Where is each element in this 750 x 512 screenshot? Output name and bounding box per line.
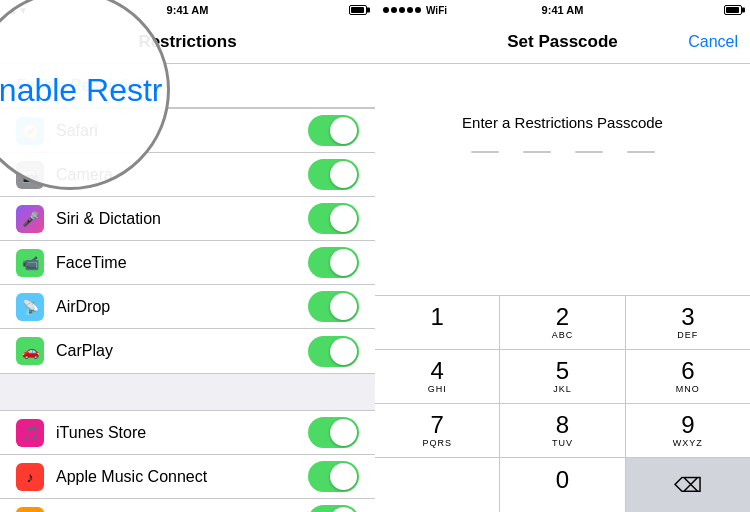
facetime-label: FaceTime [56, 254, 308, 272]
key-8[interactable]: 8 TUV [500, 404, 625, 457]
left-panel: ▲▼ 9:41 AM Restrictions Enable Restr Ena… [0, 0, 375, 512]
key-empty [375, 458, 500, 512]
settings-row-carplay[interactable]: 🚗 CarPlay [0, 329, 375, 373]
wifi-icon: WiFi [426, 5, 447, 16]
dash-1 [471, 151, 499, 153]
itunes-icon: 🎵 [16, 419, 44, 447]
passcode-instruction: Enter a Restrictions Passcode [462, 114, 663, 131]
airdrop-toggle[interactable] [308, 291, 359, 322]
key-5[interactable]: 5 JKL [500, 350, 625, 403]
battery-area-left [349, 5, 367, 15]
numpad-row-4: 0 . ⌫ [375, 458, 750, 512]
passcode-dots [471, 151, 655, 153]
dot-1 [383, 7, 389, 13]
status-bar-right: WiFi 9:41 AM [375, 0, 750, 20]
camera-toggle[interactable] [308, 159, 359, 190]
cancel-button[interactable]: Cancel [688, 33, 738, 51]
dot-5 [415, 7, 421, 13]
carplay-label: CarPlay [56, 342, 308, 360]
key-1[interactable]: 1 . [375, 296, 500, 349]
facetime-icon: 📹 [16, 249, 44, 277]
siri-toggle[interactable] [308, 203, 359, 234]
dash-2 [523, 151, 551, 153]
battery-icon-right [724, 5, 742, 15]
numpad: 1 . 2 ABC 3 DEF 4 GHI 5 [375, 295, 750, 512]
settings-row-airdrop[interactable]: 📡 AirDrop [0, 285, 375, 329]
music-toggle[interactable] [308, 461, 359, 492]
airdrop-icon: 📡 [16, 293, 44, 321]
key-6[interactable]: 6 MNO [626, 350, 750, 403]
safari-toggle[interactable] [308, 115, 359, 146]
set-passcode-title: Set Passcode [507, 32, 618, 52]
settings-row-itunes[interactable]: 🎵 iTunes Store [0, 411, 375, 455]
music-label: Apple Music Connect [56, 468, 308, 486]
siri-icon: 🎤 [16, 205, 44, 233]
airdrop-label: AirDrop [56, 298, 308, 316]
settings-group-2: 🎵 iTunes Store ♪ Apple Music Connect 📚 i… [0, 410, 375, 512]
time-right: 9:41 AM [542, 4, 584, 16]
dot-3 [399, 7, 405, 13]
carplay-toggle[interactable] [308, 336, 359, 367]
key-4[interactable]: 4 GHI [375, 350, 500, 403]
key-3[interactable]: 3 DEF [626, 296, 750, 349]
time-left: 9:41 AM [167, 4, 209, 16]
battery-area-right [724, 5, 742, 15]
dot-4 [407, 7, 413, 13]
battery-icon-left [349, 5, 367, 15]
passcode-prompt: Enter a Restrictions Passcode 1 . 2 ABC … [375, 64, 750, 512]
key-0[interactable]: 0 . [500, 458, 625, 512]
settings-row-siri[interactable]: 🎤 Siri & Dictation [0, 197, 375, 241]
ibooks-icon: 📚 [16, 507, 44, 513]
right-panel: WiFi 9:41 AM Set Passcode Cancel Enter a… [375, 0, 750, 512]
itunes-label: iTunes Store [56, 424, 308, 442]
numpad-row-1: 1 . 2 ABC 3 DEF [375, 296, 750, 350]
itunes-toggle[interactable] [308, 417, 359, 448]
numpad-row-3: 7 PQRS 8 TUV 9 WXYZ [375, 404, 750, 458]
dot-2 [391, 7, 397, 13]
key-9[interactable]: 9 WXYZ [626, 404, 750, 457]
delete-button[interactable]: ⌫ [626, 458, 750, 512]
music-icon: ♪ [16, 463, 44, 491]
dash-4 [627, 151, 655, 153]
key-7[interactable]: 7 PQRS [375, 404, 500, 457]
facetime-toggle[interactable] [308, 247, 359, 278]
key-2[interactable]: 2 ABC [500, 296, 625, 349]
ibooks-toggle[interactable] [308, 505, 359, 512]
delete-icon: ⌫ [674, 473, 702, 497]
carplay-icon: 🚗 [16, 337, 44, 365]
settings-row-facetime[interactable]: 📹 FaceTime [0, 241, 375, 285]
settings-row-music[interactable]: ♪ Apple Music Connect [0, 455, 375, 499]
dash-3 [575, 151, 603, 153]
siri-label: Siri & Dictation [56, 210, 308, 228]
circle-text: Enable Restr [0, 72, 170, 109]
settings-row-ibooks[interactable]: 📚 iBooks Store [0, 499, 375, 512]
nav-bar-right: Set Passcode Cancel [375, 20, 750, 64]
signal-dots: WiFi [383, 5, 447, 16]
numpad-row-2: 4 GHI 5 JKL 6 MNO [375, 350, 750, 404]
section-gap [0, 374, 375, 410]
